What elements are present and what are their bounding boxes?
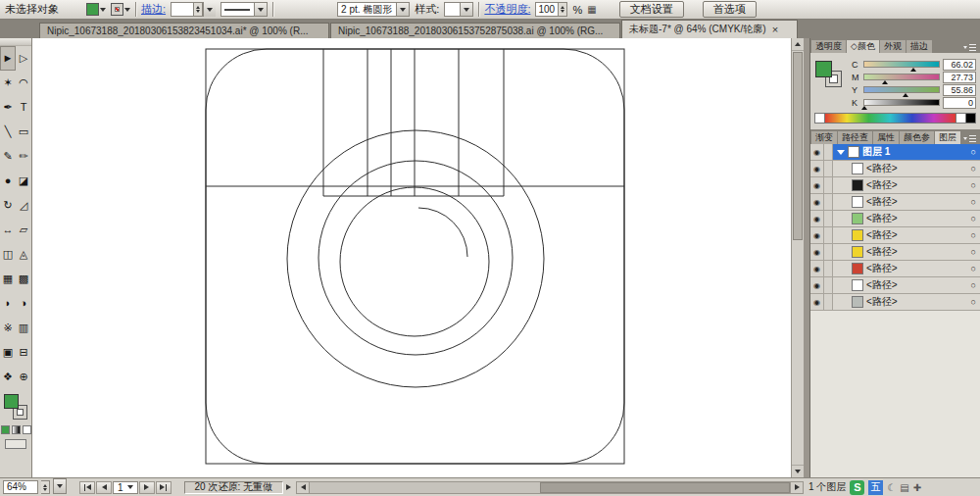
horizontal-scrollbar-thumb[interactable] <box>540 482 790 493</box>
color-mode-icon[interactable] <box>1 425 10 434</box>
path-row[interactable]: ◉ <路径> ○ <box>810 211 980 227</box>
white-swatch-icon[interactable] <box>956 113 966 124</box>
document-tab-2[interactable]: Nipic_10673188_20180306153752875038.ai @… <box>330 23 620 38</box>
slider-marker-icon[interactable] <box>882 80 888 84</box>
zoom-tool[interactable]: ⊕ <box>16 365 31 389</box>
lens-inner-circle[interactable] <box>340 187 489 336</box>
path-label[interactable]: <路径> <box>866 262 898 275</box>
tab-pathfinder[interactable]: 路径查 <box>838 131 872 144</box>
fill-swatch-icon[interactable] <box>815 61 832 77</box>
opacity-spinner[interactable] <box>559 2 567 17</box>
tab-attributes[interactable]: 属性 <box>873 131 899 144</box>
sogou-logo-icon[interactable]: S <box>850 480 864 495</box>
tab-appearance[interactable]: 外观 <box>880 40 906 53</box>
blend-tool[interactable]: ◑ <box>16 291 31 316</box>
fill-swatch-icon[interactable] <box>4 394 19 409</box>
path-label[interactable]: <路径> <box>866 228 898 242</box>
visibility-eye-icon[interactable]: ◉ <box>810 161 824 176</box>
document-setup-button[interactable]: 文档设置 <box>619 1 684 18</box>
path-label[interactable]: <路径> <box>866 162 898 175</box>
spectrum-ramp[interactable] <box>825 113 956 124</box>
slider-marker-icon[interactable] <box>903 93 908 97</box>
none-mode-icon[interactable] <box>23 425 31 434</box>
ime-mode-icon[interactable]: 五 <box>868 480 883 495</box>
next-page-button[interactable] <box>139 481 155 494</box>
undo-status-display[interactable]: 20 次还原: 无重做 <box>184 481 283 494</box>
path-row[interactable]: ◉ <路径> ○ <box>810 261 980 277</box>
document-tab-1[interactable]: Nipic_10673188_20180306153823451034.ai* … <box>39 23 329 38</box>
paintbrush-tool[interactable]: ✎ <box>0 144 16 169</box>
lock-cell[interactable] <box>824 211 833 226</box>
page-number-input[interactable]: 1 <box>113 481 138 494</box>
lock-cell[interactable] <box>824 294 833 310</box>
canvas[interactable] <box>32 38 804 477</box>
scroll-down-icon[interactable] <box>792 465 804 477</box>
layer-name[interactable]: 图层 1 <box>862 145 890 159</box>
lock-cell[interactable] <box>824 277 833 293</box>
stroke-weight-value[interactable] <box>171 2 194 17</box>
lens-outer-circle[interactable] <box>287 130 544 387</box>
fill-stroke-swatches[interactable] <box>0 392 31 423</box>
zoom-dropdown[interactable] <box>53 478 67 494</box>
color-panel-swatches[interactable] <box>815 61 849 94</box>
slider-marker-icon[interactable] <box>861 106 867 110</box>
prev-page-button[interactable] <box>96 481 112 494</box>
vertical-scrollbar[interactable] <box>791 38 804 477</box>
blob-brush-tool[interactable]: ● <box>0 169 16 193</box>
tab-transparency[interactable]: 透明度 <box>811 40 846 53</box>
path-label[interactable]: <路径> <box>866 212 898 225</box>
black-value-input[interactable]: 0 <box>943 97 976 109</box>
magenta-value-input[interactable]: 27.73 <box>943 72 976 83</box>
path-thumbnail[interactable] <box>852 263 863 274</box>
screen-mode-button[interactable] <box>5 439 26 449</box>
line-segment-tool[interactable]: ╲ <box>0 120 16 144</box>
cyan-value-input[interactable]: 66.02 <box>943 59 976 71</box>
target-circle-icon[interactable]: ○ <box>971 164 976 174</box>
none-swatch-icon[interactable] <box>814 113 825 124</box>
direct-selection-tool[interactable]: ▷ <box>16 46 31 71</box>
stroke-weight-spinner[interactable] <box>194 2 203 17</box>
black-swatch-icon[interactable] <box>966 113 976 124</box>
eraser-tool[interactable]: ◪ <box>16 169 31 193</box>
opacity-panel-link[interactable]: 不透明度: <box>484 2 530 17</box>
scroll-left-icon[interactable] <box>297 482 310 493</box>
tab-stroke[interactable]: 描边 <box>906 40 932 53</box>
visibility-eye-icon[interactable]: ◉ <box>810 261 824 276</box>
path-label[interactable]: <路径> <box>866 245 898 259</box>
tools-panel-grip[interactable] <box>0 38 31 46</box>
visibility-eye-icon[interactable]: ◉ <box>810 244 824 260</box>
layer-row-layer1[interactable]: ◉ 图层 1 ○ <box>810 144 980 161</box>
vertical-scrollbar-thumb[interactable] <box>793 52 803 240</box>
black-slider[interactable] <box>863 99 940 106</box>
transparency-grid-icon[interactable]: ▦ <box>587 4 596 15</box>
target-circle-icon[interactable]: ○ <box>971 264 976 273</box>
magic-wand-tool[interactable]: ✶ <box>0 71 16 95</box>
column-graph-tool[interactable]: ▥ <box>16 316 31 340</box>
path-row[interactable]: ◉ <路径> ○ <box>810 161 980 177</box>
rotate-tool[interactable]: ↻ <box>0 193 16 218</box>
path-thumbnail[interactable] <box>852 163 863 174</box>
highlight-arc[interactable] <box>418 208 467 257</box>
width-tool[interactable]: ↔ <box>0 218 16 242</box>
lens-mid-circle[interactable] <box>318 161 513 355</box>
type-tool[interactable]: T <box>16 95 31 120</box>
first-page-button[interactable] <box>79 481 95 494</box>
stroke-color-swatch[interactable] <box>111 3 130 16</box>
document-tab-3-active[interactable]: 未标题-7* @ 64% (CMYK/轮廓) × <box>621 20 798 38</box>
scroll-up-icon[interactable] <box>792 38 804 51</box>
target-circle-icon[interactable]: ○ <box>971 247 976 257</box>
panel-menu-icon[interactable] <box>963 135 979 144</box>
path-thumbnail[interactable] <box>852 213 863 224</box>
visibility-eye-icon[interactable]: ◉ <box>810 227 824 243</box>
slider-marker-icon[interactable] <box>910 68 916 72</box>
target-circle-icon[interactable]: ○ <box>971 214 976 223</box>
brush-definition-select[interactable]: 2 pt. 椭圆形 <box>337 2 410 17</box>
slice-tool[interactable]: ⊟ <box>16 340 31 365</box>
path-row[interactable]: ◉ <路径> ○ <box>810 194 980 211</box>
zoom-level-input[interactable]: 64% <box>3 480 38 494</box>
style-select[interactable] <box>444 2 473 17</box>
scroll-right-icon[interactable] <box>790 482 803 493</box>
free-transform-tool[interactable]: ▱ <box>16 218 31 242</box>
preferences-button[interactable]: 首选项 <box>703 1 757 18</box>
lock-cell[interactable] <box>824 227 833 243</box>
